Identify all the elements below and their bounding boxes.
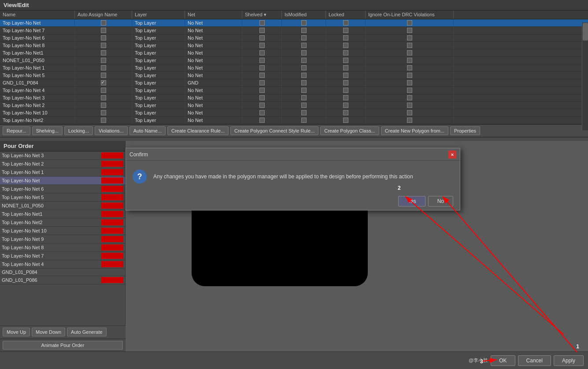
modal-close-button[interactable]: × [448, 151, 456, 159]
modal-body: ? Any changes you have made in the polyg… [126, 161, 460, 192]
main-panel: View/Edit Name Auto Assign Name Layer Ne… [0, 0, 588, 369]
modal-overlay: Confirm × ? Any changes you have made in… [0, 0, 588, 369]
confirm-dialog: Confirm × ? Any changes you have made in… [126, 148, 460, 210]
modal-no-button[interactable]: No [428, 196, 453, 207]
annotation-3: 3 [480, 358, 483, 365]
modal-title-text: Confirm [129, 151, 148, 158]
annotation-2: 2 [398, 185, 401, 191]
modal-question-icon: ? [133, 170, 147, 184]
modal-footer: Yes No [126, 192, 460, 210]
modal-yes-button[interactable]: Yes [398, 196, 425, 207]
modal-title-bar: Confirm × [126, 149, 460, 161]
modal-message: Any changes you have made in the polygon… [153, 173, 453, 180]
annotation-1: 1 [576, 343, 579, 350]
